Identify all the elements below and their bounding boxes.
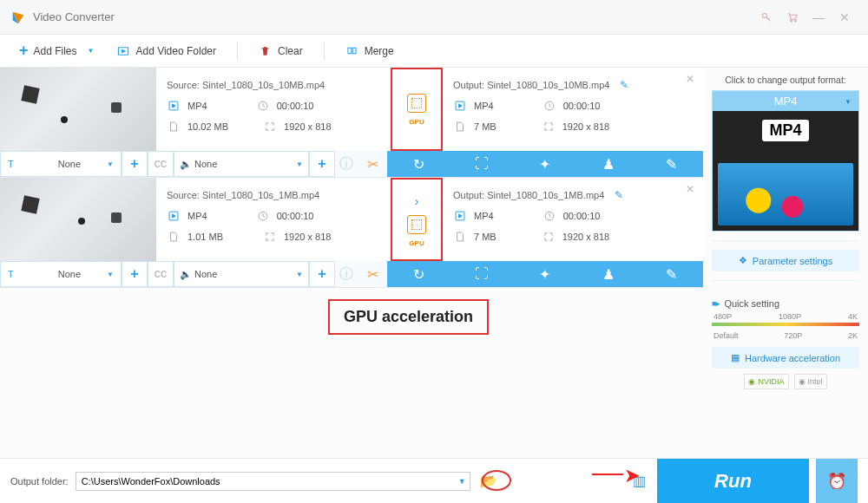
source-size: 1.01 MB bbox=[187, 232, 223, 242]
info-icon[interactable]: ⓘ bbox=[339, 157, 353, 171]
output-format-panel: Click to change output format: MP4▼ MP4 … bbox=[703, 68, 868, 451]
run-button[interactable]: Run bbox=[657, 459, 809, 504]
resolution-scale-top: 480P1080P4K bbox=[712, 309, 859, 321]
chevron-down-icon[interactable]: ▼ bbox=[88, 47, 95, 55]
edit-output-name-icon[interactable]: ✎ bbox=[620, 79, 628, 91]
add-subtitle-button[interactable]: + bbox=[122, 151, 148, 177]
audio-track-select[interactable]: 🔈 None▼ bbox=[174, 151, 309, 177]
add-video-folder-button[interactable]: Add Video Folder bbox=[108, 41, 225, 62]
watermark-icon[interactable]: ♟ bbox=[598, 154, 619, 174]
captions-button[interactable]: CC bbox=[148, 151, 174, 177]
svg-rect-5 bbox=[352, 48, 356, 54]
info-icon[interactable]: ⓘ bbox=[339, 267, 353, 281]
resolution-scale-bottom: Default720P2K bbox=[712, 328, 859, 340]
video-thumbnail[interactable] bbox=[0, 178, 156, 261]
output-format-value: MP4 bbox=[774, 95, 798, 108]
source-size: 10.02 MB bbox=[187, 121, 228, 132]
format-thumbnail: MP4 bbox=[713, 111, 858, 231]
annotation-arrow-icon: ➤ bbox=[625, 465, 640, 486]
remove-item-button[interactable]: ✕ bbox=[686, 73, 694, 85]
rotate-icon[interactable]: ↻ bbox=[408, 154, 429, 174]
output-folder-label: Output folder: bbox=[10, 476, 69, 487]
clear-label: Clear bbox=[278, 45, 303, 57]
resolution-slider[interactable] bbox=[712, 323, 859, 326]
chip-icon: ▦ bbox=[731, 352, 740, 363]
audio-track-select[interactable]: 🔈 None▼ bbox=[174, 261, 309, 287]
cart-icon[interactable] bbox=[779, 4, 806, 30]
output-file-name: Output: Sintel_1080_10s_1MB.mp4 bbox=[453, 190, 604, 200]
add-files-button[interactable]: + Add Files ▼ bbox=[10, 38, 102, 63]
gpu-label: GPU bbox=[409, 118, 424, 126]
key-icon[interactable] bbox=[753, 4, 779, 30]
captions-button[interactable]: CC bbox=[148, 261, 174, 287]
resolution-icon bbox=[542, 120, 556, 134]
app-logo-icon bbox=[10, 10, 26, 25]
output-format-selector[interactable]: MP4▼ MP4 bbox=[712, 90, 859, 232]
resolution-icon bbox=[263, 230, 277, 244]
output-column: Output: Sintel_1080_10s_10MB.mp4✎ MP400:… bbox=[443, 68, 699, 151]
watermark-icon[interactable]: ♟ bbox=[598, 264, 619, 284]
intel-badge: ◉ Intel bbox=[794, 374, 827, 389]
source-column: Source: Sintel_1080_10s_1MB.mp4 MP400:00… bbox=[156, 178, 391, 261]
quick-setting-label: Quick setting bbox=[724, 298, 779, 309]
effects-icon[interactable]: ✦ bbox=[535, 154, 556, 174]
merge-icon bbox=[345, 44, 359, 58]
rotate-icon[interactable]: ↻ bbox=[408, 264, 429, 284]
output-resolution: 1920 x 818 bbox=[562, 121, 609, 132]
clear-button[interactable]: Clear bbox=[250, 41, 312, 62]
audio-track-value: None bbox=[194, 269, 217, 279]
video-thumbnail[interactable] bbox=[0, 68, 156, 151]
file-size-icon bbox=[167, 120, 181, 134]
file-size-icon bbox=[167, 230, 181, 244]
crop-icon[interactable]: ⛶ bbox=[471, 154, 492, 174]
subtitle-track-value: None bbox=[58, 269, 81, 279]
crop-icon[interactable]: ⛶ bbox=[471, 264, 492, 284]
gpu-chip-icon bbox=[407, 215, 426, 234]
source-format: MP4 bbox=[187, 211, 207, 221]
file-size-icon bbox=[453, 120, 467, 134]
add-audio-button[interactable]: + bbox=[309, 151, 335, 177]
output-file-name: Output: Sintel_1080_10s_10MB.mp4 bbox=[453, 80, 609, 90]
add-subtitle-button[interactable]: + bbox=[122, 261, 148, 287]
clock-icon bbox=[256, 99, 270, 113]
svg-point-2 bbox=[795, 20, 797, 22]
schedule-icon[interactable]: ⏰ bbox=[816, 459, 858, 504]
subtitle-track-value: None bbox=[58, 159, 81, 169]
format-icon bbox=[167, 99, 181, 113]
chevron-down-icon[interactable]: ▼ bbox=[458, 477, 466, 486]
cut-icon[interactable]: ✂ bbox=[367, 266, 378, 283]
subtitle-track-select[interactable]: T None▼ bbox=[0, 261, 122, 287]
source-format: MP4 bbox=[187, 101, 207, 111]
output-format: MP4 bbox=[474, 101, 494, 111]
minimize-button[interactable] bbox=[806, 4, 832, 30]
output-duration: 00:00:10 bbox=[563, 211, 601, 221]
toolbar-divider bbox=[237, 42, 238, 61]
source-duration: 00:00:10 bbox=[277, 101, 314, 111]
source-resolution: 1920 x 818 bbox=[284, 121, 331, 132]
edit-icon[interactable]: ✎ bbox=[661, 154, 682, 174]
cut-icon[interactable]: ✂ bbox=[367, 156, 378, 173]
subtitle-track-select[interactable]: T None▼ bbox=[0, 151, 122, 177]
merge-button[interactable]: Merge bbox=[337, 41, 403, 62]
folder-video-icon bbox=[116, 44, 130, 58]
effects-icon[interactable]: ✦ bbox=[535, 264, 556, 284]
source-column: Source: Sintel_1080_10s_10MB.mp4 MP400:0… bbox=[156, 68, 391, 151]
parameter-settings-button[interactable]: ❖Parameter settings bbox=[712, 250, 859, 271]
edit-output-name-icon[interactable]: ✎ bbox=[615, 189, 623, 201]
workspace: Source: Sintel_1080_10s_10MB.mp4 MP400:0… bbox=[0, 68, 868, 451]
output-format: MP4 bbox=[474, 211, 494, 221]
plus-icon: + bbox=[19, 42, 29, 60]
add-audio-button[interactable]: + bbox=[309, 261, 335, 287]
quick-setting-panel: Quick setting 480P1080P4K Default720P2K bbox=[712, 298, 859, 340]
chevron-right-icon[interactable]: › bbox=[415, 194, 419, 208]
output-folder-input[interactable]: C:\Users\WonderFox\Downloads▼ bbox=[76, 472, 470, 491]
edit-icon[interactable]: ✎ bbox=[661, 264, 682, 284]
trash-icon bbox=[259, 44, 273, 58]
close-button[interactable] bbox=[832, 4, 858, 30]
clock-icon bbox=[542, 99, 556, 113]
remove-item-button[interactable]: ✕ bbox=[686, 183, 694, 195]
hardware-acceleration-button[interactable]: ▦Hardware acceleration bbox=[712, 347, 859, 369]
format-icon bbox=[453, 209, 467, 223]
add-files-label: Add Files bbox=[34, 45, 77, 57]
add-video-folder-label: Add Video Folder bbox=[135, 45, 216, 57]
